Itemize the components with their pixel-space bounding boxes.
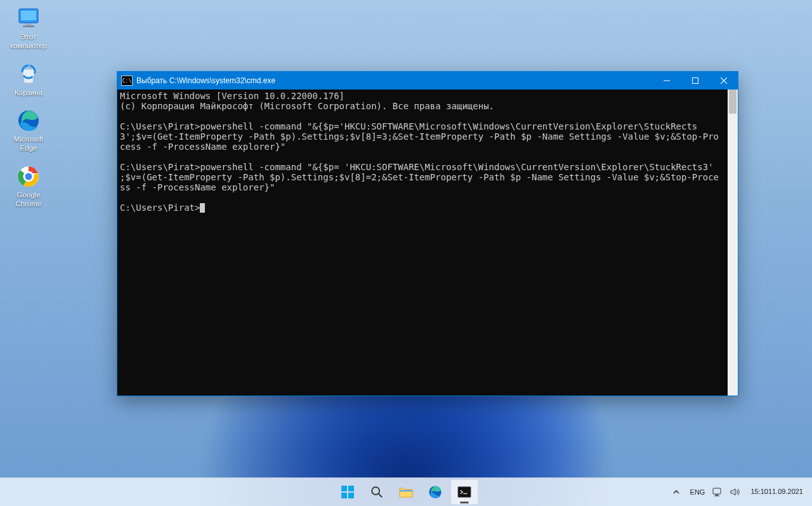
cmd-window[interactable]: C:\ Выбрать C:\Windows\system32\cmd.exe … <box>117 71 738 396</box>
edge-icon <box>15 107 42 134</box>
file-explorer-button[interactable] <box>393 480 419 504</box>
desktop-icon-chrome[interactable]: GoogleChrome <box>4 163 53 209</box>
system-tray: ENG 15:10 11.09.2021 <box>669 478 807 506</box>
clock-date: 11.09.2021 <box>768 488 803 496</box>
network-icon[interactable] <box>709 478 726 506</box>
terminal-output[interactable]: Microsoft Windows [Version 10.0.22000.17… <box>117 90 728 396</box>
svg-rect-18 <box>713 488 721 494</box>
taskbar: ENG 15:10 11.09.2021 <box>0 477 812 506</box>
svg-rect-11 <box>341 493 347 498</box>
clock-time: 15:10 <box>750 488 768 496</box>
monitor-icon <box>15 5 42 32</box>
svg-rect-20 <box>714 496 719 496</box>
svg-point-6 <box>24 172 33 181</box>
desktop-icon-recycle-bin[interactable]: Корзина <box>4 61 53 98</box>
cmd-icon: C:\ <box>121 76 133 86</box>
window-title: Выбрать C:\Windows\system32\cmd.exe <box>136 76 275 85</box>
svg-rect-12 <box>348 493 354 498</box>
tray-overflow-button[interactable] <box>669 478 684 506</box>
svg-rect-2 <box>25 23 32 25</box>
svg-rect-14 <box>400 490 412 491</box>
desktop-icons-column: Этоткомпьютер Корзина MicrosoftEdge <box>4 5 55 209</box>
terminal-body[interactable]: Microsoft Windows [Version 10.0.22000.17… <box>117 90 738 396</box>
svg-rect-19 <box>716 495 718 496</box>
start-button[interactable] <box>334 480 361 504</box>
svg-rect-10 <box>348 486 354 491</box>
scrollbar[interactable] <box>728 90 738 396</box>
svg-rect-3 <box>23 25 34 27</box>
svg-rect-1 <box>21 11 36 20</box>
terminal-cursor <box>200 203 205 213</box>
svg-rect-9 <box>341 486 347 491</box>
scrollbar-thumb[interactable] <box>729 90 737 114</box>
recycle-bin-icon <box>15 61 42 88</box>
svg-rect-17 <box>463 493 467 494</box>
desktop-icon-this-pc[interactable]: Этоткомпьютер <box>4 5 53 51</box>
search-button[interactable] <box>363 480 390 504</box>
svg-rect-8 <box>692 78 698 84</box>
close-button[interactable] <box>709 72 738 90</box>
svg-point-13 <box>372 487 379 495</box>
desktop-icon-label: MicrosoftEdge <box>14 135 44 153</box>
desktop-icon-label: Этоткомпьютер <box>10 33 47 51</box>
chrome-icon <box>15 163 42 190</box>
language-indicator[interactable]: ENG <box>686 478 709 506</box>
edge-taskbar-button[interactable] <box>422 480 449 504</box>
taskbar-center <box>334 478 478 506</box>
svg-rect-7 <box>664 81 670 81</box>
clock[interactable]: 15:10 11.09.2021 <box>744 478 807 506</box>
volume-icon[interactable] <box>726 478 744 506</box>
desktop-icon-label: Корзина <box>15 89 43 98</box>
desktop-icon-label: GoogleChrome <box>16 191 42 209</box>
cmd-taskbar-button[interactable] <box>451 480 478 504</box>
maximize-button[interactable] <box>681 72 709 90</box>
titlebar[interactable]: C:\ Выбрать C:\Windows\system32\cmd.exe <box>117 72 738 90</box>
svg-rect-16 <box>458 487 471 498</box>
desktop-icon-edge[interactable]: MicrosoftEdge <box>4 107 53 153</box>
minimize-button[interactable] <box>652 72 681 90</box>
